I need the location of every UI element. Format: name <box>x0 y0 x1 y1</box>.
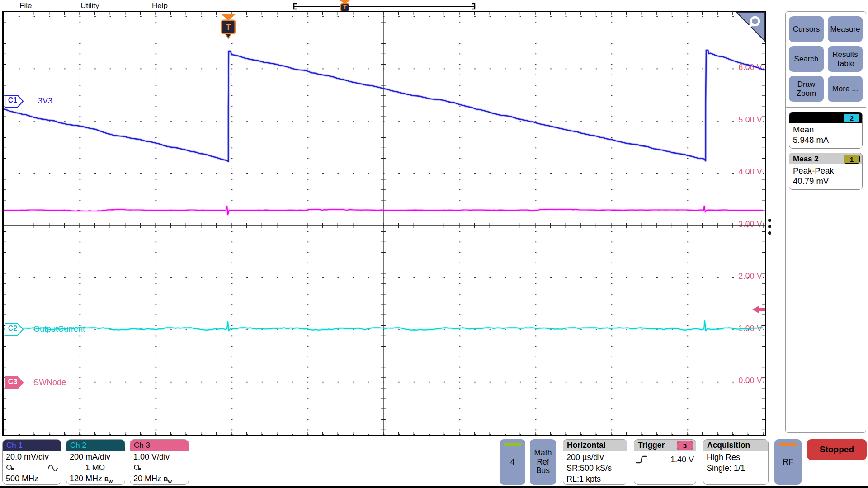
y-axis-label: 5.00 V <box>739 115 762 125</box>
rf-button[interactable]: RF <box>774 439 802 485</box>
acquisition-settings-panel[interactable]: Acquisition High Res Single: 1/1 <box>703 439 769 485</box>
search-button[interactable]: Search <box>789 46 824 72</box>
panel-drag-handle[interactable] <box>768 219 773 238</box>
measurement-2-name: Peak-Peak <box>793 166 859 176</box>
measurement-2-value: 40.79 mV <box>793 176 859 187</box>
measurement-2-source-chip: 1 <box>844 155 860 164</box>
channel-badge-1[interactable]: Ch 1 20.0 mV/div 500 MHz BW <box>2 439 61 485</box>
trigger-settings-panel[interactable]: Trigger 3 1.40 V <box>634 439 696 485</box>
channel-2-header: Ch 2 <box>66 440 125 451</box>
y-axis-label: 1.00 V <box>739 324 762 333</box>
channel-badge-3[interactable]: Ch 3 1.00 V/div 20 MHz BW <box>130 439 189 485</box>
measurement-1-name: Mean <box>793 125 859 135</box>
trace-name-swnode: SWNode <box>33 378 66 387</box>
measurement-badge-2[interactable]: Meas 2 1 Peak-Peak 40.79 mV <box>789 153 863 190</box>
measurement-1-body: Mean 5.948 mA <box>789 123 862 148</box>
horizontal-body: 200 µs/div SR:500 kS/s RL:1 kpts <box>563 451 627 485</box>
trigger-body: 1.40 V <box>634 451 696 465</box>
more-button[interactable]: More ... <box>828 76 863 102</box>
channel-tag-c2[interactable]: C2 <box>5 323 24 336</box>
trigger-source-chip: 3 <box>677 441 693 450</box>
horizontal-title: Horizontal <box>567 441 606 450</box>
channel-tag-c1[interactable]: C1 <box>5 94 24 108</box>
y-axis-labels: 6.00 V5.00 V4.00 V3.00 V2.00 V1.00 V0.00… <box>4 12 765 435</box>
horizontal-scale: 200 µs/div <box>566 452 624 463</box>
probe-icon <box>6 464 15 472</box>
probe-icon <box>133 464 142 472</box>
channel-tag-c1-label: C1 <box>6 96 19 104</box>
channel-tag-c3-label: C3 <box>6 378 19 386</box>
measure-button[interactable]: Measure <box>828 16 863 42</box>
measurement-1-header: 2 <box>789 112 862 123</box>
math-ref-bus-button[interactable]: Math Ref Bus <box>530 439 556 485</box>
analysis-button-grid: Cursors Measure Search Results Table Dra… <box>786 12 866 108</box>
channel-1-bandwidth: 500 MHz BW <box>6 473 58 484</box>
channel-2-scale: 200 mA/div <box>70 451 122 462</box>
channel-4-label: 4 <box>510 458 515 467</box>
channel-4-button[interactable]: 4 <box>500 439 525 485</box>
channel-1-scale: 20.0 mV/div <box>6 451 58 462</box>
channel-3-body: 1.00 V/div 20 MHz BW <box>130 451 189 485</box>
y-axis-label: 4.00 V <box>739 167 762 177</box>
trigger-level-arrow[interactable] <box>751 305 765 314</box>
acquisition-body: High Res Single: 1/1 <box>703 451 768 474</box>
bandwidth-limit-icon: BW <box>164 476 172 483</box>
run-stop-status[interactable]: Stopped <box>807 439 867 460</box>
menu-bar: File Utility Help T <box>0 0 868 12</box>
y-axis-label: 2.00 V <box>739 272 762 281</box>
rf-color-line <box>779 443 797 446</box>
zoom-corner-button[interactable] <box>736 12 765 42</box>
results-table-button[interactable]: Results Table <box>828 46 863 72</box>
rf-label: RF <box>783 458 793 467</box>
channel-1-body: 20.0 mV/div 500 MHz BW <box>3 451 61 484</box>
channel-3-bandwidth: 20 MHz BW <box>133 473 185 485</box>
measurement-2-body: Peak-Peak 40.79 mV <box>789 164 862 189</box>
svg-text:T: T <box>343 5 347 11</box>
channel-badge-2[interactable]: Ch 2 200 mA/div 1 MΩ 120 MHz BW <box>66 439 125 485</box>
timeline-trigger-icon[interactable]: T <box>340 0 350 11</box>
cursors-button[interactable]: Cursors <box>789 16 824 42</box>
acquisition-count: Single: 1/1 <box>707 463 765 474</box>
channel-tag-c3[interactable]: C3 <box>5 376 24 389</box>
channel-4-color-line <box>504 443 522 446</box>
bandwidth-limit-icon: BW <box>104 476 113 483</box>
menu-file[interactable]: File <box>19 1 32 10</box>
measurement-badge-1[interactable]: 2 Mean 5.948 mA <box>789 112 863 149</box>
timeline-graphic: T <box>289 0 479 12</box>
y-axis-label: 3.00 V <box>739 220 762 229</box>
channel-2-bandwidth: 120 MHz BW <box>70 473 122 485</box>
right-control-panel: Cursors Measure Search Results Table Dra… <box>785 11 866 433</box>
acquisition-title: Acquisition <box>707 441 750 450</box>
measurement-2-title: Meas 2 <box>793 155 819 164</box>
acquisition-timeline[interactable]: T <box>289 0 479 12</box>
trigger-title: Trigger <box>638 441 665 450</box>
trace-name-3v3: 3V3 <box>38 96 52 106</box>
ac-coupling-icon <box>48 465 58 471</box>
channel-2-impedance: 1 MΩ <box>85 462 105 473</box>
svg-text:T: T <box>226 22 231 32</box>
horizontal-settings-panel[interactable]: Horizontal 200 µs/div SR:500 kS/s RL:1 k… <box>563 439 627 485</box>
trigger-level: 1.40 V <box>670 455 694 465</box>
draw-zoom-button[interactable]: Draw Zoom <box>789 76 824 102</box>
channel-2-body: 200 mA/div 1 MΩ 120 MHz BW <box>66 451 125 485</box>
menu-help[interactable]: Help <box>152 1 168 10</box>
menu-utility[interactable]: Utility <box>80 1 99 10</box>
measurement-1-source-chip: 2 <box>844 113 860 122</box>
waveform-display[interactable]: 6.00 V5.00 V4.00 V3.00 V2.00 V1.00 V0.00… <box>2 11 766 436</box>
measurement-2-header: Meas 2 1 <box>789 153 862 164</box>
y-axis-label: 6.00 V <box>739 63 762 72</box>
horizontal-sample-rate: SR:500 kS/s <box>566 463 624 474</box>
acquisition-mode: High Res <box>707 452 765 463</box>
trigger-position-marker[interactable]: T <box>219 12 237 40</box>
y-axis-label: 0.00 V <box>739 376 762 385</box>
horizontal-record-length: RL:1 kpts <box>566 474 624 484</box>
trace-name-outputcurrent: OutputCurrent <box>33 324 85 334</box>
channel-3-header: Ch 3 <box>130 440 189 451</box>
bottom-status-bar: Ch 1 20.0 mV/div 500 MHz BW Ch 2 200 mA/… <box>0 436 868 488</box>
channel-3-scale: 1.00 V/div <box>133 451 185 462</box>
channel-1-header: Ch 1 <box>3 440 61 451</box>
measurement-1-value: 5.948 mA <box>793 135 859 145</box>
channel-tag-c2-label: C2 <box>6 324 19 333</box>
rising-edge-icon <box>635 455 648 465</box>
